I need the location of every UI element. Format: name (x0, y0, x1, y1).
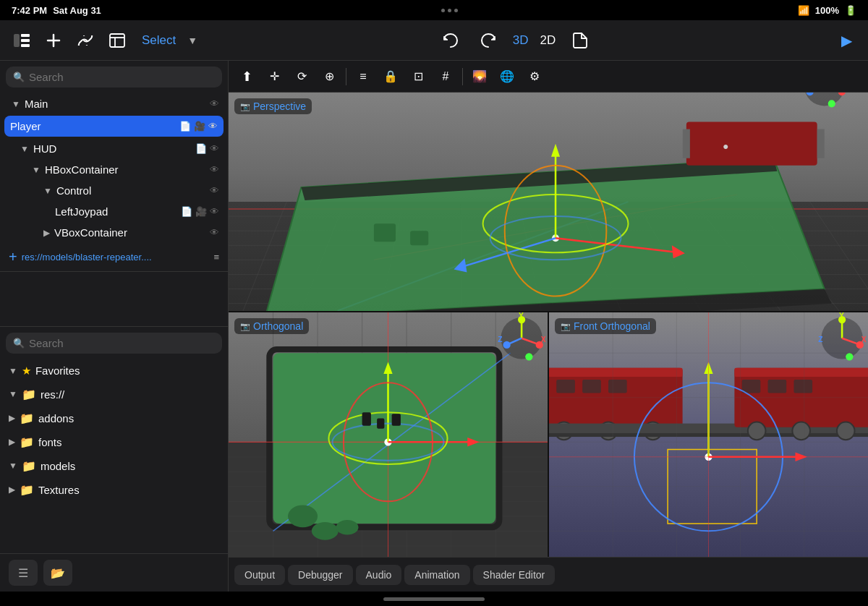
scale-tool-button[interactable]: ⊕ (317, 65, 341, 88)
globe-tool-button[interactable]: 🌐 (495, 65, 519, 88)
scene-tree-panel: 🔍 ▼ Main 👁 Player 📄 🎥 👁 ▼ (0, 61, 228, 327)
orthogonal-label: 📷 Orthogonal (234, 318, 309, 334)
settings-tool-button[interactable]: ⚙ (522, 65, 547, 88)
front-orthogonal-label: 📷 Front Orthogonal (555, 318, 656, 334)
hbox-eye-icon[interactable]: 👁 (210, 164, 219, 175)
tree-item-main[interactable]: ▼ Main 👁 (0, 93, 228, 114)
new-file-button[interactable] (567, 27, 593, 54)
template-button[interactable] (104, 27, 130, 54)
rotate-tool-button[interactable]: ⟳ (289, 65, 314, 88)
tab-debugger[interactable]: Debugger (288, 565, 353, 585)
move-tool-button[interactable]: ✛ (262, 65, 286, 88)
env-tool-button[interactable]: 🌄 (467, 65, 492, 88)
home-bar[interactable] (383, 597, 485, 601)
control-eye-icon[interactable]: 👁 (210, 185, 219, 196)
separator-2 (462, 68, 463, 85)
battery-icon: 🔋 (845, 5, 856, 16)
tab-output[interactable]: Output (234, 565, 285, 585)
tree-item-control[interactable]: ▼ Control 👁 (0, 180, 228, 201)
sidebar: 🔍 ▼ Main 👁 Player 📄 🎥 👁 ▼ (0, 61, 229, 592)
folder-view-button[interactable]: 📂 (43, 560, 72, 586)
grid-tool-button[interactable]: # (433, 65, 458, 88)
leftjoypad-camera-icon[interactable]: 🎥 (195, 206, 207, 217)
view-2d-button[interactable]: 2D (540, 33, 556, 48)
front-orthogonal-label-text: Front Orthogonal (574, 320, 650, 332)
main-eye-icon[interactable]: 👁 (210, 98, 219, 109)
hud-chevron-icon: ▼ (20, 144, 29, 154)
folder-item-models[interactable]: ▼ 📁 models (0, 454, 228, 478)
svg-point-108 (525, 353, 532, 360)
svg-text:Z: Z (818, 336, 822, 343)
tab-animation[interactable]: Animation (404, 565, 469, 585)
player-camera-icon[interactable]: 🎥 (194, 121, 205, 132)
tree-item-player[interactable]: Player 📄 🎥 👁 (4, 116, 224, 137)
list-view-button[interactable]: ☰ (9, 560, 38, 586)
view-3d-button[interactable]: 3D (513, 33, 529, 48)
sidebar-footer: ☰ 📂 (0, 553, 228, 592)
orthogonal-camera-icon: 📷 (240, 322, 250, 331)
perspective-label: 📷 Perspective (234, 98, 312, 114)
list-tool-button[interactable]: ≡ (351, 65, 375, 88)
folder-item-res[interactable]: ▼ 📁 res:// (0, 383, 228, 406)
orthogonal-viewport[interactable]: X Y Z 📷 Orthogonal (229, 312, 549, 557)
svg-text:Y: Y (519, 312, 524, 320)
scene-search-icon: 🔍 (13, 72, 25, 82)
link-button[interactable] (72, 27, 98, 54)
folder-item-favorites[interactable]: ▼ ★ Favorites (0, 359, 228, 383)
hud-eye-icon[interactable]: 👁 (210, 143, 219, 154)
svg-text:Z: Z (498, 336, 502, 343)
cursor-tool-button[interactable]: ⬆ (234, 65, 259, 88)
add-node-button[interactable] (41, 27, 67, 54)
undo-button[interactable] (438, 27, 464, 54)
tab-audio[interactable]: Audio (356, 565, 402, 585)
file-search-input[interactable] (29, 337, 215, 349)
select-tool-button[interactable]: Select (136, 29, 182, 52)
front-orthogonal-viewport[interactable]: X Y Z 📷 Front Orthogonal (549, 312, 868, 557)
svg-point-125 (748, 422, 766, 440)
player-eye-icon[interactable]: 👁 (208, 121, 218, 132)
svg-point-126 (792, 422, 810, 440)
viewport-bottom-row: X Y Z 📷 Orthogonal (229, 311, 868, 557)
tab-shader-editor[interactable]: Shader Editor (473, 565, 556, 585)
scene-search-input[interactable] (29, 71, 215, 83)
svg-rect-123 (768, 380, 787, 393)
sidebar-toggle-button[interactable] (9, 27, 35, 54)
folder-item-fonts[interactable]: ▶ 📁 fonts (0, 430, 228, 454)
main-content: 🔍 ▼ Main 👁 Player 📄 🎥 👁 ▼ (0, 61, 868, 592)
bottom-tabs: Output Debugger Audio Animation Shader E… (229, 557, 868, 592)
svg-point-104 (503, 341, 510, 349)
select-chevron-icon[interactable]: ▼ (187, 35, 197, 46)
leftjoypad-eye-icon[interactable]: 👁 (210, 206, 219, 217)
textures-folder-icon: 📁 (20, 483, 34, 497)
add-resource-button[interactable]: + (9, 249, 17, 265)
svg-rect-2 (21, 39, 30, 42)
tree-item-hboxcontainer[interactable]: ▼ HBoxContainer 👁 (0, 159, 228, 180)
dot-2 (448, 9, 451, 12)
resource-bar: + res://models/blaster-repeater.... ≡ (0, 243, 228, 272)
leftjoypad-script-icon[interactable]: 📄 (181, 206, 192, 217)
viewport-panels: ● X Y (229, 93, 868, 557)
play-button[interactable]: ▶ (833, 27, 859, 54)
tree-item-vboxcontainer[interactable]: ▶ VBoxContainer 👁 (0, 222, 228, 243)
lock-tool-button[interactable]: 🔒 (378, 65, 403, 88)
tree-item-hud[interactable]: ▼ HUD 📄 👁 (0, 138, 228, 159)
hud-script-icon[interactable]: 📄 (195, 143, 207, 154)
vbox-eye-icon[interactable]: 👁 (210, 227, 219, 238)
frame-tool-button[interactable]: ⊡ (406, 65, 430, 88)
redo-button[interactable] (475, 27, 501, 54)
tree-item-leftjoypad[interactable]: LeftJoypad 📄 🎥 👁 (0, 201, 228, 222)
svg-rect-51 (817, 129, 825, 158)
vbox-chevron-icon: ▶ (43, 228, 50, 238)
favorites-chevron-icon: ▼ (9, 366, 17, 376)
time-display: 7:42 PM (12, 5, 47, 16)
perspective-viewport[interactable]: ● X Y (229, 93, 868, 311)
player-script-icon[interactable]: 📄 (179, 121, 191, 132)
list-icon[interactable]: ≡ (213, 252, 219, 263)
svg-rect-49 (686, 122, 817, 166)
orthogonal-scene-svg: X Y Z (229, 312, 548, 557)
separator-1 (346, 68, 346, 85)
folder-item-textures[interactable]: ▶ 📁 Textures (0, 478, 228, 502)
hbox-chevron-icon: ▼ (32, 165, 41, 175)
folder-item-addons[interactable]: ▶ 📁 addons (0, 406, 228, 430)
perspective-scene-svg: ● X Y (229, 93, 868, 311)
